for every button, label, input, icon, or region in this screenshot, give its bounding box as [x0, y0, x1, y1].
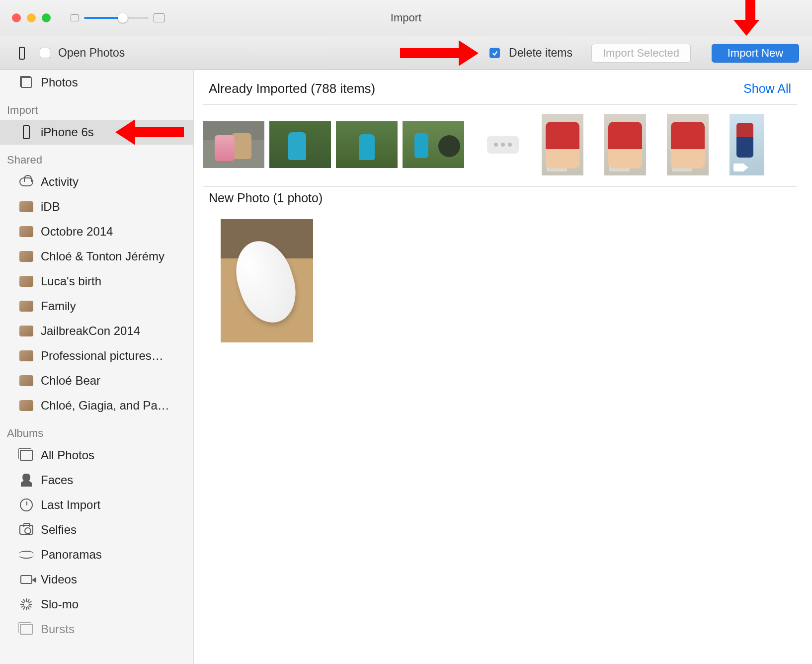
already-imported-thumbnails: HDR HDR HDR [194, 105, 806, 186]
open-photos-label: Open Photos [58, 46, 125, 60]
sidebar-item-label: Videos [41, 573, 77, 586]
already-imported-title: Already Imported (788 items) [209, 81, 375, 96]
delete-items-checkbox[interactable] [489, 48, 500, 58]
sidebar-item-shared[interactable]: Octobre 2014 [0, 219, 193, 244]
thumbnail-large-icon [154, 13, 164, 22]
video-icon [20, 575, 32, 584]
slomo-icon [20, 598, 32, 610]
cloud-icon [19, 177, 33, 186]
sidebar-item-label: Selfies [41, 523, 77, 537]
sidebar-header-albums: Albums [0, 418, 193, 443]
shared-album-icon [19, 201, 33, 212]
hdr-badge: HDR [547, 162, 567, 171]
shared-album-icon [19, 400, 33, 411]
sidebar-item-label: JailbreakCon 2014 [41, 324, 140, 338]
import-toolbar: Open Photos Delete items Import Selected… [0, 36, 812, 70]
sidebar-item-label: Bursts [41, 622, 75, 636]
photo-thumbnail[interactable] [403, 121, 464, 168]
fullscreen-window-button[interactable] [42, 13, 51, 22]
photo-thumbnail[interactable] [203, 121, 264, 168]
traffic-lights [0, 13, 51, 22]
sidebar-item-label: Photos [41, 76, 78, 89]
sidebar-item-label: Faces [41, 473, 73, 487]
photo-thumbnail[interactable]: HDR [542, 114, 583, 175]
sidebar-item-panoramas[interactable]: Panoramas [0, 542, 193, 567]
checkmark-icon [491, 50, 498, 57]
sidebar-item-label: Chloé Bear [41, 374, 100, 388]
show-all-link[interactable]: Show All [743, 82, 791, 96]
already-imported-header: Already Imported (788 items) Show All [194, 70, 806, 104]
import-new-button[interactable]: Import New [712, 44, 799, 63]
sidebar-item-label: Activity [41, 175, 79, 189]
sidebar-item-shared[interactable]: Family [0, 294, 193, 319]
shared-album-icon [19, 226, 33, 237]
thumbnail-size-control [71, 13, 164, 22]
sidebar-item-label: Professional pictures… [41, 349, 163, 363]
sidebar-item-videos[interactable]: Videos [0, 567, 193, 592]
open-photos-checkbox[interactable] [40, 48, 50, 58]
sidebar-item-shared[interactable]: Chloé Bear [0, 368, 193, 393]
sidebar-item-label: Luca's birth [41, 274, 101, 288]
sidebar-item-label: Chloé, Giagia, and Pa… [41, 399, 169, 413]
sidebar-item-label: Chloé & Tonton Jérémy [41, 249, 164, 263]
face-icon [21, 474, 32, 487]
photos-library-icon [21, 77, 32, 88]
sidebar: Photos Import iPhone 6s Shared Activity … [0, 70, 194, 664]
shared-album-icon [19, 301, 33, 312]
sidebar-item-all-photos[interactable]: All Photos [0, 443, 193, 468]
import-selected-button[interactable]: Import Selected [591, 44, 691, 63]
shared-album-icon [19, 276, 33, 287]
sidebar-item-photos[interactable]: Photos [0, 70, 193, 95]
more-thumbnails-button[interactable] [487, 136, 519, 154]
camera-icon [19, 525, 33, 535]
annotation-arrow-to-iphone [114, 121, 184, 143]
sidebar-item-selfies[interactable]: Selfies [0, 517, 193, 542]
sidebar-item-shared[interactable]: Luca's birth [0, 269, 193, 294]
video-badge-icon [733, 164, 744, 171]
new-photo-thumbnail[interactable] [221, 219, 313, 342]
panorama-icon [19, 551, 34, 559]
annotation-arrow-to-import-new [741, 0, 759, 36]
delete-items-label: Delete items [509, 46, 572, 60]
sidebar-item-label: iPhone 6s [41, 125, 94, 139]
sidebar-item-shared[interactable]: JailbreakCon 2014 [0, 319, 193, 343]
photo-thumbnail[interactable]: HDR [604, 114, 646, 175]
photo-thumbnail[interactable] [336, 121, 398, 168]
annotation-arrow-to-delete-items [400, 42, 480, 64]
new-photo-title: New Photo (1 photo) [209, 191, 791, 205]
shared-album-icon [19, 326, 33, 336]
clock-icon [20, 498, 33, 511]
shared-album-icon [19, 251, 33, 262]
shared-album-icon [19, 350, 33, 361]
sidebar-item-faces[interactable]: Faces [0, 468, 193, 493]
close-window-button[interactable] [12, 13, 21, 22]
thumbnail-small-icon [71, 14, 79, 21]
photo-thumbnail[interactable]: HDR [667, 114, 709, 175]
sidebar-item-label: Octobre 2014 [41, 225, 113, 239]
sidebar-header-shared: Shared [0, 145, 193, 169]
sidebar-item-shared[interactable]: iDB [0, 194, 193, 219]
window-titlebar: Import [0, 0, 812, 36]
sidebar-item-shared[interactable]: Chloé, Giagia, and Pa… [0, 393, 193, 418]
sidebar-item-slomo[interactable]: Slo-mo [0, 592, 193, 617]
sidebar-item-shared[interactable]: Professional pictures… [0, 343, 193, 368]
sidebar-item-label: All Photos [41, 448, 94, 462]
thumbnail-size-slider[interactable] [84, 17, 149, 19]
shared-album-icon [19, 375, 33, 386]
sidebar-item-shared[interactable]: Chloé & Tonton Jérémy [0, 244, 193, 269]
hdr-badge: HDR [672, 162, 692, 171]
sidebar-item-label: Last Import [41, 498, 100, 512]
sidebar-item-label: Panoramas [41, 548, 102, 562]
sidebar-item-activity[interactable]: Activity [0, 169, 193, 194]
sidebar-item-label: iDB [41, 200, 60, 214]
sidebar-item-bursts[interactable]: Bursts [0, 617, 193, 642]
sidebar-item-last-import[interactable]: Last Import [0, 493, 193, 517]
sidebar-header-import: Import [0, 95, 193, 120]
video-thumbnail[interactable] [730, 114, 764, 175]
iphone-icon [23, 125, 30, 139]
photo-thumbnail[interactable] [269, 121, 331, 168]
sidebar-item-label: Family [41, 299, 76, 313]
minimize-window-button[interactable] [27, 13, 36, 22]
burst-icon [20, 624, 33, 635]
content-area: Already Imported (788 items) Show All HD… [194, 70, 812, 664]
